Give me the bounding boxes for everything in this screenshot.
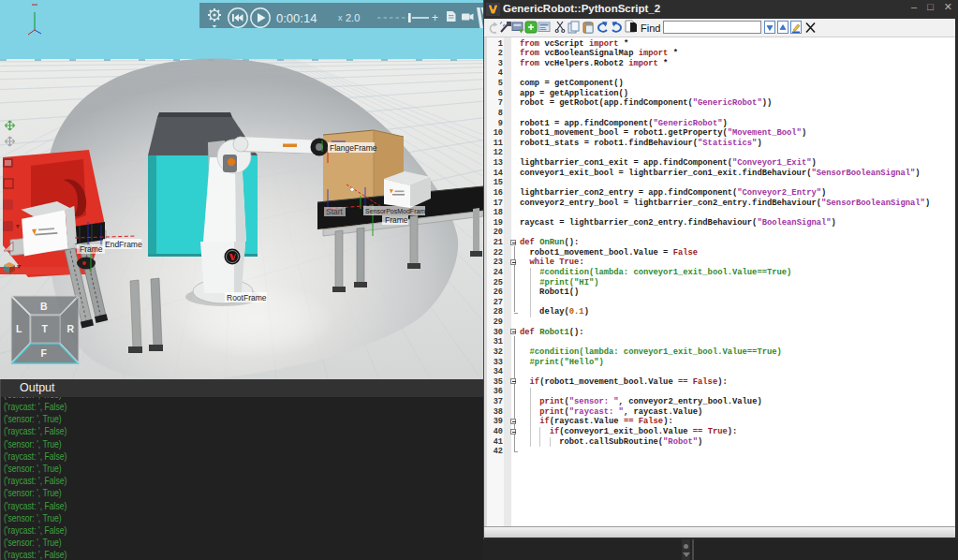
svg-text:Frame: Frame	[385, 215, 408, 225]
svg-text:SensorPosModFrame: SensorPosModFrame	[365, 208, 429, 214]
svg-text:Frame: Frame	[80, 244, 103, 254]
svg-text:B: B	[40, 301, 48, 312]
svg-text:EndFrame: EndFrame	[105, 240, 142, 249]
svg-text:+: +	[432, 11, 438, 24]
svg-text:L: L	[16, 323, 22, 334]
svg-text:RootFrame: RootFrame	[227, 293, 267, 302]
svg-text:FlangeFrame: FlangeFrame	[330, 143, 377, 153]
svg-text:T: T	[42, 323, 49, 334]
svg-text:0:00:14: 0:00:14	[276, 11, 317, 25]
svg-text:R: R	[67, 323, 75, 334]
svg-text:F: F	[41, 347, 48, 359]
svg-text:x: x	[338, 13, 343, 22]
svg-text:2.0: 2.0	[346, 12, 360, 23]
svg-text:Start: Start	[326, 207, 344, 216]
